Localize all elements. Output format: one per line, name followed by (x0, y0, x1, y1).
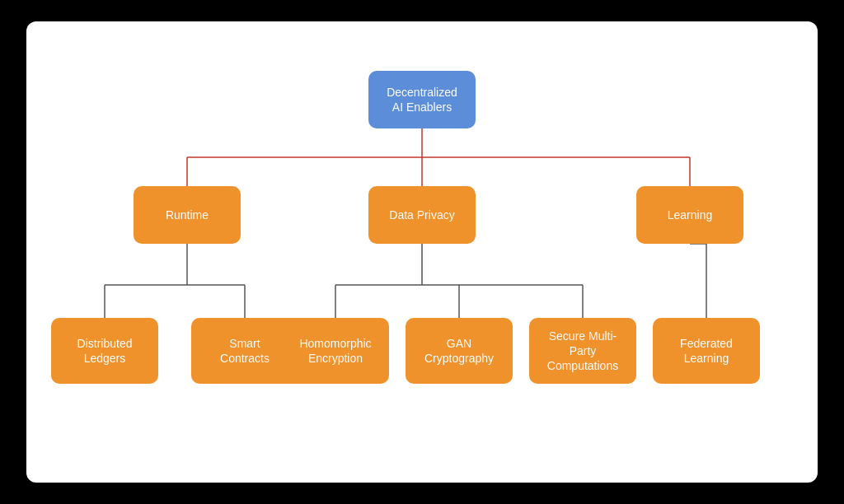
distributed-ledgers-label: Distributed Ledgers (77, 336, 133, 366)
diagram-container: Decentralized AI Enablers Runtime Data P… (26, 21, 818, 483)
secure-multi-party-label: Secure Multi- Party Computations (547, 329, 618, 374)
runtime-label: Runtime (166, 208, 209, 222)
federated-learning-label: Federated Learning (680, 336, 733, 366)
smart-contracts-label: Smart Contracts (220, 336, 270, 366)
distributed-ledgers-node: Distributed Ledgers (51, 318, 158, 384)
secure-multi-party-node: Secure Multi- Party Computations (529, 318, 636, 384)
gan-cryptography-node: GAN Cryptography (406, 318, 513, 384)
runtime-node: Runtime (134, 186, 241, 244)
data-privacy-node: Data Privacy (368, 186, 476, 244)
federated-learning-node: Federated Learning (653, 318, 760, 384)
learning-label: Learning (668, 208, 713, 222)
data-privacy-label: Data Privacy (389, 208, 454, 222)
homomorphic-encryption-label: Homomorphic Encryption (299, 336, 371, 366)
learning-node: Learning (636, 186, 743, 244)
root-node: Decentralized AI Enablers (368, 71, 476, 128)
root-label: Decentralized AI Enablers (387, 85, 457, 114)
gan-cryptography-label: GAN Cryptography (424, 336, 494, 366)
homomorphic-encryption-node: Homomorphic Encryption (282, 318, 389, 384)
